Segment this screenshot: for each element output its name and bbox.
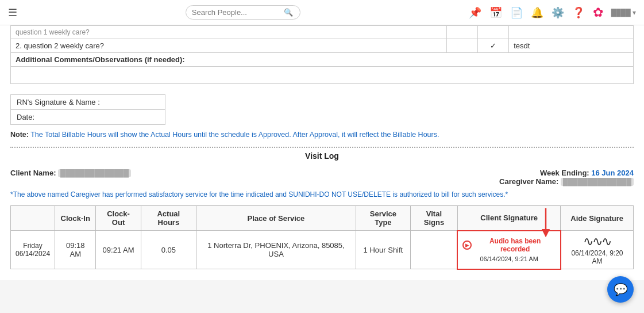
caregiver-name-value: ██████████████: [561, 178, 634, 186]
question-partial-text: question 1 weekly care?: [11, 26, 447, 39]
q2-col2: [446, 39, 477, 53]
aide-signature-cell: ∿∿∿ 06/14/2024, 9:20 AM: [561, 231, 634, 269]
note-text: Note: The Total Billable Hours will show…: [10, 131, 634, 139]
dotted-divider: [10, 147, 634, 148]
vital-signs-cell: [410, 231, 457, 269]
col-header-place-of-service: Place of Service: [196, 206, 356, 231]
q2-value: tesdt: [509, 39, 634, 53]
audio-recorded-date: 06/14/2024, 9:21 AM: [480, 255, 538, 262]
visit-log-title: Visit Log: [10, 151, 634, 161]
col-header-clock-out: Clock-Out: [96, 206, 141, 231]
clock-out-cell: 09:21 AM: [96, 231, 141, 269]
clock-in-cell: 09:18 AM: [55, 231, 96, 269]
col-header-actual-hours: Actual Hours: [141, 206, 196, 231]
col-header-service-type: Service Type: [356, 206, 410, 231]
week-ending: Week Ending: 16 Jun 2024: [499, 169, 634, 177]
auth-statement: *The above named Caregiver has performed…: [10, 190, 634, 199]
audio-recorded-container: ▶ Audio has been recorded 06/14/2024, 9:…: [462, 237, 556, 262]
settings-icon[interactable]: ⚙️: [552, 6, 564, 19]
bell-icon[interactable]: 🔔: [531, 6, 543, 19]
note-body: The Total Billable Hours will show the A…: [30, 131, 439, 139]
day-date: 06/14/2024: [16, 250, 50, 258]
col-header-day: [11, 206, 55, 231]
nav-left: ☰: [8, 6, 17, 19]
question-row-2: 2. question 2 weekly care? ✓ tesdt: [11, 39, 634, 53]
search-icon: 🔍: [284, 8, 293, 17]
audio-recorded-text: Audio has been recorded: [475, 237, 556, 253]
week-client-info: Client Name: ██████████████ Week Ending:…: [10, 169, 634, 186]
q-partial-col2: [446, 26, 477, 39]
visit-table-container: Clock-In Clock-Out Actual Hours Place of…: [10, 205, 634, 270]
col-header-vital-signs: Vital Signs: [410, 206, 457, 231]
additional-comments-header: Additional Comments/Observations (if nee…: [10, 53, 634, 67]
visit-log-table: Clock-In Clock-Out Actual Hours Place of…: [10, 205, 634, 270]
additional-comments-body: [10, 67, 634, 84]
client-signature-cell: ▶ Audio has been recorded 06/14/2024, 9:…: [457, 231, 561, 269]
nav-right: 📌 📅 📄 🔔 ⚙️ ❓ ✿ ████ ▾: [469, 5, 636, 20]
col-header-clock-in: Clock-In: [55, 206, 96, 231]
table-row: Friday 06/14/2024 09:18 AM 09:21 AM 0.05…: [11, 231, 634, 269]
col-header-client-signature: Client Signature: [457, 206, 561, 231]
day-name: Friday: [23, 242, 42, 250]
col-header-aide-signature: Aide Signature: [561, 206, 634, 231]
user-avatar[interactable]: ████ ▾: [611, 9, 636, 17]
aide-signature-date: 06/14/2024, 9:20 AM: [566, 249, 628, 265]
pin-icon[interactable]: 📌: [469, 6, 481, 19]
aide-signature-wavy: ∿∿∿: [566, 234, 628, 249]
caregiver-name-container: Caregiver Name: ██████████████: [499, 177, 634, 186]
play-icon[interactable]: ▶: [462, 241, 472, 250]
calendar-icon[interactable]: 📅: [489, 6, 502, 19]
q-partial-col3: [478, 26, 509, 39]
document-icon[interactable]: 📄: [510, 6, 523, 19]
search-container: 🔍: [186, 5, 300, 20]
client-name-label: Client Name: ██████████████: [10, 169, 131, 177]
logo-icon: ✿: [593, 5, 603, 20]
place-of-service-cell: 1 Norterra Dr, PHOENIX, Arizona, 85085, …: [196, 231, 356, 269]
client-name-value: ██████████████: [58, 169, 131, 177]
questions-table: question 1 weekly care? 2. question 2 we…: [10, 25, 634, 53]
actual-hours-cell: 0.05: [141, 231, 196, 269]
date-label: Date:: [11, 110, 165, 124]
week-caregiver-right: Week Ending: 16 Jun 2024 Caregiver Name:…: [499, 169, 634, 186]
question-2-label: 2. question 2 weekly care?: [11, 39, 447, 53]
day-cell: Friday 06/14/2024: [11, 231, 55, 269]
search-input[interactable]: [192, 8, 284, 17]
q2-check: ✓: [478, 39, 509, 53]
question-row-partial: question 1 weekly care?: [11, 26, 634, 39]
table-header-row: Clock-In Clock-Out Actual Hours Place of…: [11, 206, 634, 231]
hamburger-icon[interactable]: ☰: [8, 6, 17, 19]
main-content: question 1 weekly care? 2. question 2 we…: [0, 25, 644, 280]
signature-section: RN's Signature & Name : Date:: [10, 94, 634, 125]
audio-label: ▶ Audio has been recorded: [462, 237, 556, 253]
signature-box: RN's Signature & Name : Date:: [10, 94, 165, 125]
rn-signature-label: RN's Signature & Name :: [11, 95, 165, 110]
top-navigation: ☰ 🔍 📌 📅 📄 🔔 ⚙️ ❓ ✿ ████ ▾: [0, 0, 644, 25]
note-prefix: Note:: [10, 131, 29, 139]
client-name-container: Client Name: ██████████████: [10, 169, 131, 177]
help-icon[interactable]: ❓: [572, 6, 585, 19]
service-type-cell: 1 Hour Shift: [356, 231, 410, 269]
q-partial-col4: [509, 26, 634, 39]
